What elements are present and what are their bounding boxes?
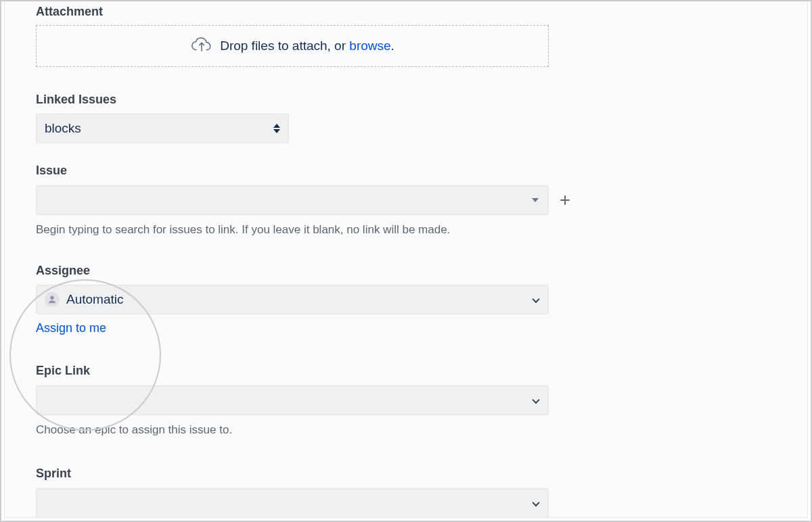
attachment-section: Attachment Drop files to attach, or brow… (36, 1, 780, 67)
sprint-select[interactable] (36, 488, 549, 518)
svg-point-0 (50, 296, 53, 300)
issue-row (36, 185, 780, 215)
chevron-down-icon (532, 295, 539, 303)
attachment-dropzone[interactable]: Drop files to attach, or browse. (36, 25, 549, 67)
linked-issues-section: Linked Issues blocks (36, 93, 780, 144)
epic-link-section: Epic Link Choose an epic to assign this … (36, 364, 780, 437)
create-issue-form-panel: Attachment Drop files to attach, or brow… (4, 0, 808, 518)
assignee-select[interactable]: Automatic (36, 285, 549, 314)
assignee-value-wrap: Automatic (45, 292, 123, 307)
attachment-label: Attachment (36, 5, 780, 20)
issue-section: Issue Begin typing to search for issues … (36, 164, 780, 237)
assignee-value: Automatic (66, 292, 123, 307)
assignee-label: Assignee (36, 264, 780, 279)
linked-issues-select[interactable]: blocks (36, 114, 289, 143)
select-sort-icon (272, 121, 281, 136)
epic-link-helper: Choose an epic to assign this issue to. (36, 423, 780, 437)
caret-down-icon (532, 198, 539, 202)
issue-select[interactable] (36, 185, 549, 215)
dropzone-suffix: . (391, 39, 394, 53)
epic-link-select[interactable] (36, 385, 549, 415)
issue-helper: Begin typing to search for issues to lin… (36, 223, 780, 237)
add-issue-button[interactable] (557, 192, 573, 208)
dropzone-text: Drop files to attach, or browse. (220, 39, 394, 53)
chevron-down-icon (532, 499, 539, 506)
epic-link-label: Epic Link (36, 364, 780, 379)
upload-cloud-icon (190, 37, 213, 55)
form-content: Attachment Drop files to attach, or brow… (5, 1, 807, 522)
assignee-section: Assignee Automatic Assign to me (36, 264, 780, 336)
sprint-section: Sprint JIRA Software sprint field (36, 467, 780, 522)
issue-label: Issue (36, 164, 780, 179)
sprint-label: Sprint (36, 467, 780, 481)
browse-link[interactable]: browse (349, 39, 390, 53)
linked-issues-value: blocks (45, 121, 81, 136)
dropzone-row: Drop files to attach, or browse. (190, 37, 394, 55)
chevron-down-icon (532, 396, 539, 404)
dropzone-prefix: Drop files to attach, or (220, 39, 349, 53)
avatar-icon (45, 292, 60, 307)
assign-to-me-link[interactable]: Assign to me (36, 321, 106, 335)
linked-issues-label: Linked Issues (36, 93, 780, 108)
